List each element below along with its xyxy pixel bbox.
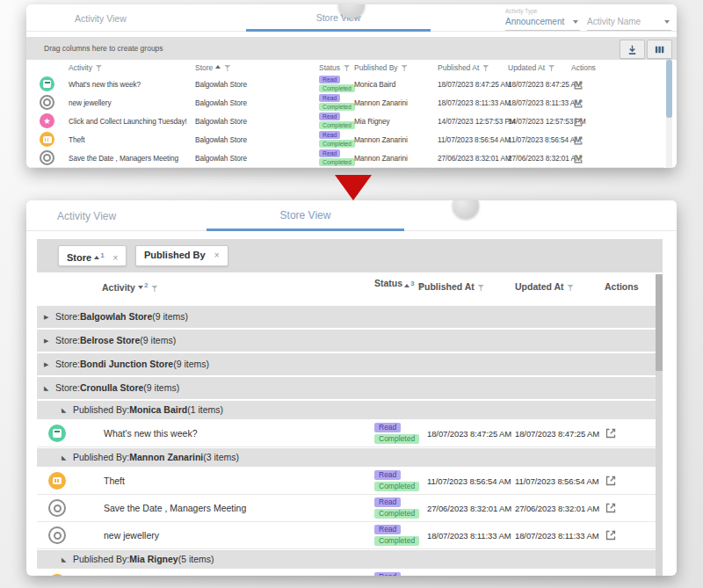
collapse-group-icon[interactable] xyxy=(62,401,66,419)
table-row[interactable]: Save the Date , Managers Meeting Balgowl… xyxy=(26,149,664,168)
published-at-cell: 27/06/2023 8:32:01 AM xyxy=(438,154,511,163)
activity-cell: What's new this week? xyxy=(104,428,197,439)
status-badge-read: Read xyxy=(319,76,340,83)
remove-chip-icon[interactable]: × xyxy=(113,253,119,263)
sort-ascending-icon xyxy=(404,284,409,287)
group-chips-bar[interactable]: Store1× Published By× xyxy=(37,239,663,272)
expand-group-icon[interactable] xyxy=(44,353,48,375)
published-at-cell: 14/07/2023 12:57:53 PM xyxy=(438,117,516,126)
group-chip-store[interactable]: Store1× xyxy=(58,245,127,266)
status-badge-read: Read xyxy=(319,113,340,120)
activity-type-value: Announcement xyxy=(505,17,564,26)
remove-chip-icon[interactable]: × xyxy=(214,250,220,260)
target-icon xyxy=(40,95,54,110)
open-activity-button[interactable] xyxy=(605,427,617,443)
table-row[interactable]: What's new this week? ReadCompleted 18/0… xyxy=(37,421,656,447)
published-by-cell: Monica Baird xyxy=(354,80,395,89)
scrollbar-thumb[interactable] xyxy=(666,60,672,118)
table-row[interactable]: new jewellery Balgowlah Store ReadComple… xyxy=(26,93,664,113)
group-chip-published-by[interactable]: Published By× xyxy=(135,245,228,266)
updated-at-cell: 11/07/2023 8:56:54 AM xyxy=(515,476,598,486)
status-badge-read: Read xyxy=(319,149,340,157)
column-header-status[interactable]: Status xyxy=(319,63,350,72)
status-badge-read: Read xyxy=(374,470,401,480)
column-header-store[interactable]: Store xyxy=(195,63,230,72)
sort-order-number: 2 xyxy=(144,281,148,289)
updated-at-cell: 18/07/2023 8:11:33 AM xyxy=(515,531,598,541)
status-badge-completed: Completed xyxy=(374,509,419,519)
column-header-actions: Actions xyxy=(571,63,596,72)
chip-label: Store xyxy=(67,252,91,263)
open-activity-button[interactable] xyxy=(573,115,583,131)
filter-icon[interactable] xyxy=(478,285,484,291)
tab-activity-view[interactable]: Activity View xyxy=(75,13,127,24)
subgroup-row[interactable]: Published By:Mia Rigney(5 items) xyxy=(37,550,656,569)
table-header-row: Activity Store Status Published By Publi… xyxy=(26,60,664,76)
table-row[interactable]: Save the Date , Managers Meeting ReadCom… xyxy=(37,496,656,522)
calendar-icon xyxy=(40,132,54,147)
tab-store-view[interactable]: Store View xyxy=(207,200,404,231)
calendar-icon xyxy=(48,574,66,576)
collapse-group-icon[interactable] xyxy=(44,377,48,399)
columns-button[interactable] xyxy=(647,40,672,59)
subgroup-row[interactable]: Published By:Monica Baird(1 items) xyxy=(37,401,656,419)
scrollbar-thumb[interactable] xyxy=(656,274,663,371)
status-badge-completed: Completed xyxy=(319,140,355,148)
group-drop-zone[interactable]: Drag columns here to create groups xyxy=(26,37,677,60)
group-row[interactable]: Store:Balgowlah Store(9 items) xyxy=(37,306,656,328)
activity-name-dropdown[interactable]: Activity Name xyxy=(587,15,671,31)
open-activity-button[interactable] xyxy=(605,529,617,545)
group-row[interactable]: Store:Belrose Store(9 items) xyxy=(37,330,656,352)
status-badge-completed: Completed xyxy=(374,434,419,444)
expand-group-icon[interactable] xyxy=(44,306,48,328)
filter-icon[interactable] xyxy=(344,65,350,71)
column-header-published-at[interactable]: Published At xyxy=(438,63,489,72)
published-at-cell: 27/06/2023 8:32:01 AM xyxy=(427,504,511,513)
tab-bar: Activity View Store View xyxy=(26,200,677,231)
published-at-cell: 11/07/2023 8:56:54 AM xyxy=(427,476,511,486)
column-header-updated-at[interactable]: Updated At xyxy=(515,281,574,292)
open-activity-button[interactable] xyxy=(573,152,583,168)
download-button[interactable] xyxy=(620,40,645,59)
filter-icon[interactable] xyxy=(482,65,489,71)
filter-icon[interactable] xyxy=(548,65,554,71)
table-row[interactable]: Theft Balgowlah Store ReadCompleted Mann… xyxy=(26,130,664,149)
open-activity-button[interactable] xyxy=(573,134,583,149)
table-row-partial[interactable]: Read xyxy=(37,570,656,576)
collapse-group-icon[interactable] xyxy=(62,448,66,467)
open-activity-button[interactable] xyxy=(573,78,583,94)
group-row[interactable]: Store:Bondi Junction Store(9 items) xyxy=(37,353,656,375)
group-row[interactable]: Store:Cronulla Store(9 items) xyxy=(37,377,656,399)
tab-activity-view[interactable]: Activity View xyxy=(57,210,116,222)
scrollbar[interactable] xyxy=(666,60,672,168)
open-activity-button[interactable] xyxy=(605,475,617,490)
column-header-activity[interactable]: Activity2 xyxy=(102,281,157,293)
column-header-published-at[interactable]: Published At xyxy=(418,281,484,292)
collapse-group-icon[interactable] xyxy=(62,550,66,569)
table-row[interactable]: Theft ReadCompleted 11/07/2023 8:56:54 A… xyxy=(37,468,656,495)
filter-icon[interactable] xyxy=(96,65,102,71)
columns-icon xyxy=(654,44,665,55)
subgroup-row[interactable]: Published By:Mannon Zanarini(3 items) xyxy=(37,448,656,467)
status-badge-completed: Completed xyxy=(319,84,355,92)
activity-type-dropdown[interactable]: Announcement xyxy=(505,15,580,31)
column-header-activity[interactable]: Activity xyxy=(69,63,102,72)
open-activity-button[interactable] xyxy=(573,97,583,113)
expand-group-icon[interactable] xyxy=(44,330,48,352)
table-row[interactable]: Click and Collect Launching Tuesday! Bal… xyxy=(26,112,664,131)
activity-cell: Save the Date , Managers Meeting xyxy=(69,154,178,163)
star-icon xyxy=(40,113,54,128)
table-row[interactable]: new jewellery ReadCompleted 18/07/2023 8… xyxy=(37,523,656,549)
grid-panel-before: Activity View Store View Activity Type A… xyxy=(26,4,677,168)
filter-icon[interactable] xyxy=(224,65,230,71)
filter-icon[interactable] xyxy=(151,286,157,292)
filter-icon[interactable] xyxy=(568,285,574,291)
status-badge-read: Read xyxy=(374,497,401,507)
column-header-published-by[interactable]: Published By xyxy=(354,63,408,72)
open-activity-button[interactable] xyxy=(605,502,617,518)
filter-icon[interactable] xyxy=(402,65,408,71)
announcement-icon xyxy=(48,425,66,442)
scrollbar[interactable] xyxy=(656,274,663,576)
column-header-updated-at[interactable]: Updated At xyxy=(508,63,554,72)
table-row[interactable]: What's new this week? Balgowlah Store Re… xyxy=(26,75,664,94)
